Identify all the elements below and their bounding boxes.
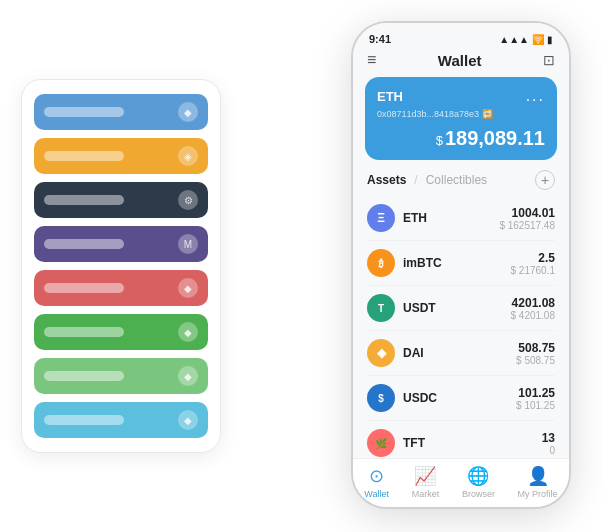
asset-name: USDT — [403, 301, 511, 315]
eth-balance-symbol: $ — [436, 133, 443, 148]
eth-icon: Ξ — [367, 204, 395, 232]
card-icon: ◆ — [178, 366, 198, 386]
asset-name: imBTC — [403, 256, 511, 270]
asset-amounts: 1004.01 $ 162517.48 — [499, 206, 555, 231]
tab-collectibles[interactable]: Collectibles — [426, 173, 487, 187]
phone-frame: 9:41 ▲▲▲ 🛜 ▮ ≡ Wallet ⊡ ETH ... 0x08711d… — [351, 21, 571, 509]
table-row[interactable]: $ USDC 101.25 $ 101.25 — [367, 376, 555, 421]
list-item[interactable]: ◈ — [34, 138, 208, 174]
usdc-icon: $ — [367, 384, 395, 412]
card-icon: M — [178, 234, 198, 254]
add-asset-button[interactable]: + — [535, 170, 555, 190]
asset-usd: 0 — [542, 445, 555, 456]
table-row[interactable]: ◈ DAI 508.75 $ 508.75 — [367, 331, 555, 376]
profile-nav-icon: 👤 — [527, 465, 549, 487]
card-label — [44, 239, 124, 249]
tab-divider: / — [414, 173, 417, 187]
asset-amount: 508.75 — [516, 341, 555, 355]
card-icon: ⚙ — [178, 190, 198, 210]
asset-usd: $ 162517.48 — [499, 220, 555, 231]
wallet-nav-icon: ⊙ — [369, 465, 384, 487]
list-item[interactable]: ◆ — [34, 402, 208, 438]
menu-icon[interactable]: ≡ — [367, 51, 376, 69]
card-label — [44, 371, 124, 381]
list-item[interactable]: ◆ — [34, 314, 208, 350]
usdt-icon: T — [367, 294, 395, 322]
tab-assets[interactable]: Assets — [367, 173, 406, 187]
asset-amounts: 13 0 — [542, 431, 555, 456]
battery-icon: ▮ — [547, 34, 553, 45]
wifi-icon: 🛜 — [532, 34, 544, 45]
status-icons: ▲▲▲ 🛜 ▮ — [499, 34, 553, 45]
asset-amounts: 2.5 $ 21760.1 — [511, 251, 556, 276]
asset-amount: 2.5 — [511, 251, 556, 265]
nav-wallet[interactable]: ⊙ Wallet — [364, 465, 389, 499]
nav-profile[interactable]: 👤 My Profile — [518, 465, 558, 499]
dai-icon: ◈ — [367, 339, 395, 367]
asset-usd: $ 508.75 — [516, 355, 555, 366]
asset-usd: $ 4201.08 — [511, 310, 556, 321]
nav-profile-label: My Profile — [518, 489, 558, 499]
assets-tabs: Assets / Collectibles — [367, 173, 487, 187]
card-stack: ◆ ◈ ⚙ M ◆ ◆ ◆ ◆ — [21, 79, 221, 453]
signal-icon: ▲▲▲ — [499, 34, 529, 45]
browser-nav-icon: 🌐 — [467, 465, 489, 487]
eth-card-menu[interactable]: ... — [526, 87, 545, 105]
card-label — [44, 327, 124, 337]
market-nav-icon: 📈 — [414, 465, 436, 487]
card-label — [44, 283, 124, 293]
card-icon: ◆ — [178, 102, 198, 122]
scene: ◆ ◈ ⚙ M ◆ ◆ ◆ ◆ — [21, 21, 581, 511]
nav-browser[interactable]: 🌐 Browser — [462, 465, 495, 499]
asset-amounts: 101.25 $ 101.25 — [516, 386, 555, 411]
asset-amount: 13 — [542, 431, 555, 445]
table-row[interactable]: Ξ ETH 1004.01 $ 162517.48 — [367, 196, 555, 241]
table-row[interactable]: 🌿 TFT 13 0 — [367, 421, 555, 458]
scan-icon[interactable]: ⊡ — [543, 52, 555, 68]
eth-balance-amount: 189,089.11 — [445, 127, 545, 149]
page-title: Wallet — [438, 52, 482, 69]
card-label — [44, 151, 124, 161]
card-icon: ◈ — [178, 146, 198, 166]
list-item[interactable]: M — [34, 226, 208, 262]
list-item[interactable]: ◆ — [34, 270, 208, 306]
status-bar: 9:41 ▲▲▲ 🛜 ▮ — [353, 23, 569, 45]
asset-amounts: 508.75 $ 508.75 — [516, 341, 555, 366]
status-time: 9:41 — [369, 33, 391, 45]
asset-amounts: 4201.08 $ 4201.08 — [511, 296, 556, 321]
nav-browser-label: Browser — [462, 489, 495, 499]
phone-header: ≡ Wallet ⊡ — [353, 45, 569, 77]
list-item[interactable]: ⚙ — [34, 182, 208, 218]
eth-address: 0x08711d3b...8418a78e3 🔁 — [377, 109, 545, 119]
eth-wallet-card[interactable]: ETH ... 0x08711d3b...8418a78e3 🔁 $189,08… — [365, 77, 557, 160]
asset-amount: 1004.01 — [499, 206, 555, 220]
asset-list: Ξ ETH 1004.01 $ 162517.48 ₿ imBTC 2.5 $ … — [353, 196, 569, 458]
bottom-nav: ⊙ Wallet 📈 Market 🌐 Browser 👤 My Profile — [353, 458, 569, 507]
nav-market-label: Market — [412, 489, 440, 499]
asset-name: TFT — [403, 436, 542, 450]
asset-usd: $ 101.25 — [516, 400, 555, 411]
asset-usd: $ 21760.1 — [511, 265, 556, 276]
eth-card-top: ETH ... — [377, 87, 545, 105]
card-icon: ◆ — [178, 410, 198, 430]
asset-amount: 4201.08 — [511, 296, 556, 310]
asset-name: ETH — [403, 211, 499, 225]
asset-name: USDC — [403, 391, 516, 405]
eth-balance: $189,089.11 — [377, 127, 545, 150]
card-label — [44, 107, 124, 117]
list-item[interactable]: ◆ — [34, 358, 208, 394]
assets-header: Assets / Collectibles + — [353, 170, 569, 196]
nav-wallet-label: Wallet — [364, 489, 389, 499]
card-label — [44, 415, 124, 425]
asset-amount: 101.25 — [516, 386, 555, 400]
asset-name: DAI — [403, 346, 516, 360]
nav-market[interactable]: 📈 Market — [412, 465, 440, 499]
card-label — [44, 195, 124, 205]
list-item[interactable]: ◆ — [34, 94, 208, 130]
card-icon: ◆ — [178, 278, 198, 298]
table-row[interactable]: ₿ imBTC 2.5 $ 21760.1 — [367, 241, 555, 286]
table-row[interactable]: T USDT 4201.08 $ 4201.08 — [367, 286, 555, 331]
card-icon: ◆ — [178, 322, 198, 342]
eth-currency-label: ETH — [377, 89, 403, 104]
imbtc-icon: ₿ — [367, 249, 395, 277]
